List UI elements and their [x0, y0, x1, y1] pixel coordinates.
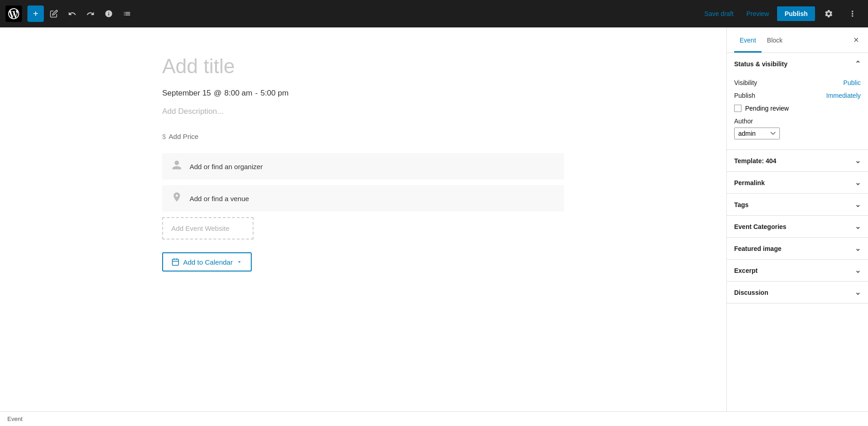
- author-select[interactable]: admin: [734, 128, 780, 139]
- template-chevron-down-icon: ⌄: [855, 156, 861, 165]
- info-icon: [105, 10, 113, 18]
- list-icon: [123, 10, 131, 18]
- publish-value[interactable]: Immediately: [826, 92, 861, 99]
- event-date-text[interactable]: September 15: [162, 89, 211, 98]
- template-header[interactable]: Template: 404 ⌄: [727, 150, 868, 171]
- save-draft-button[interactable]: Save draft: [700, 7, 738, 20]
- info-button[interactable]: [101, 5, 117, 22]
- price-placeholder[interactable]: Add Price: [169, 133, 198, 140]
- sidebar-header: Event Block ×: [727, 27, 868, 53]
- status-visibility-section: Status & visibility ⌃ Visibility Public …: [727, 53, 868, 150]
- permalink-title: Permalink: [734, 179, 765, 186]
- gear-icon: [824, 9, 833, 18]
- author-row: Author admin: [734, 115, 861, 142]
- tools-button[interactable]: [46, 5, 62, 22]
- permalink-header[interactable]: Permalink ⌄: [727, 172, 868, 193]
- tab-block[interactable]: Block: [762, 28, 788, 53]
- more-vertical-icon: [848, 9, 857, 18]
- organizer-text: Add or find an organizer: [190, 163, 263, 170]
- status-text: Event: [7, 415, 22, 422]
- pending-review-row: Pending review: [734, 102, 861, 115]
- status-visibility-title: Status & visibility: [734, 60, 788, 68]
- event-time-dash: -: [255, 89, 258, 98]
- permalink-section: Permalink ⌄: [727, 172, 868, 194]
- event-date-separator: @: [214, 89, 222, 98]
- add-to-calendar-label: Add to Calendar: [183, 258, 233, 266]
- venue-icon: [170, 192, 183, 205]
- excerpt-chevron-down-icon: ⌄: [855, 266, 861, 275]
- featured-image-chevron-down-icon: ⌄: [855, 244, 861, 253]
- tags-chevron-down-icon: ⌄: [855, 200, 861, 209]
- calendar-icon: [171, 258, 180, 266]
- price-field[interactable]: $ Add Price: [162, 133, 564, 140]
- status-visibility-content: Visibility Public Publish Immediately Pe…: [727, 75, 868, 149]
- event-time-start[interactable]: 8:00 am: [224, 89, 252, 98]
- price-symbol: $: [162, 133, 166, 140]
- excerpt-title: Excerpt: [734, 267, 757, 274]
- venue-text: Add or find a venue: [190, 195, 249, 202]
- featured-image-title: Featured image: [734, 245, 781, 252]
- settings-button[interactable]: [819, 4, 839, 24]
- main-layout: Add title September 15 @ 8:00 am - 5:00 …: [0, 27, 868, 411]
- tags-title: Tags: [734, 201, 749, 208]
- event-categories-section: Event Categories ⌄: [727, 216, 868, 238]
- publish-button[interactable]: Publish: [777, 6, 815, 21]
- organizer-icon: [170, 160, 183, 173]
- publish-row: Publish Immediately: [734, 89, 861, 102]
- tab-event[interactable]: Event: [734, 28, 762, 53]
- publish-label: Publish: [734, 92, 755, 99]
- event-time-end[interactable]: 5:00 pm: [260, 89, 288, 98]
- permalink-chevron-down-icon: ⌄: [855, 178, 861, 187]
- editor-content: Add title September 15 @ 8:00 am - 5:00 …: [144, 27, 582, 299]
- status-chevron-up-icon: ⌃: [855, 59, 861, 68]
- pending-review-checkbox[interactable]: [734, 105, 741, 112]
- description-field[interactable]: Add Description...: [162, 107, 564, 116]
- editor-area: Add title September 15 @ 8:00 am - 5:00 …: [0, 27, 726, 411]
- svg-rect-0: [172, 259, 179, 266]
- chevron-down-icon: [236, 259, 243, 265]
- visibility-row: Visibility Public: [734, 76, 861, 89]
- wordpress-icon: [8, 8, 19, 19]
- excerpt-header[interactable]: Excerpt ⌄: [727, 260, 868, 281]
- event-categories-header[interactable]: Event Categories ⌄: [727, 216, 868, 237]
- excerpt-section: Excerpt ⌄: [727, 260, 868, 282]
- add-to-calendar-button[interactable]: Add to Calendar: [162, 252, 252, 272]
- discussion-chevron-down-icon: ⌄: [855, 288, 861, 297]
- template-title: Template: 404: [734, 157, 776, 165]
- redo-button[interactable]: [82, 5, 99, 22]
- list-view-button[interactable]: [119, 5, 135, 22]
- visibility-value[interactable]: Public: [843, 79, 861, 86]
- redo-icon: [86, 10, 95, 18]
- organizer-row[interactable]: Add or find an organizer: [162, 153, 564, 180]
- event-categories-chevron-down-icon: ⌄: [855, 222, 861, 231]
- discussion-header[interactable]: Discussion ⌄: [727, 282, 868, 303]
- event-website-field[interactable]: Add Event Website: [162, 217, 254, 240]
- preview-button[interactable]: Preview: [742, 7, 774, 20]
- undo-button[interactable]: [64, 5, 80, 22]
- sidebar-close-button[interactable]: ×: [852, 33, 861, 47]
- toolbar-right: Save draft Preview Publish: [700, 4, 863, 24]
- discussion-section: Discussion ⌄: [727, 282, 868, 304]
- discussion-title: Discussion: [734, 289, 768, 296]
- more-options-button[interactable]: [842, 4, 863, 24]
- author-label: Author: [734, 117, 861, 125]
- undo-icon: [68, 10, 76, 18]
- pending-review-label: Pending review: [745, 105, 789, 112]
- venue-row[interactable]: Add or find a venue: [162, 185, 564, 212]
- event-categories-title: Event Categories: [734, 223, 786, 230]
- status-bar: Event: [0, 411, 868, 426]
- toolbar: + Save draft Preview Publish: [0, 0, 868, 27]
- template-section: Template: 404 ⌄: [727, 150, 868, 172]
- add-block-button[interactable]: +: [27, 5, 44, 22]
- status-visibility-header[interactable]: Status & visibility ⌃: [727, 53, 868, 75]
- event-date: September 15 @ 8:00 am - 5:00 pm: [162, 89, 564, 98]
- tags-header[interactable]: Tags ⌄: [727, 194, 868, 215]
- pencil-icon: [50, 10, 58, 18]
- featured-image-section: Featured image ⌄: [727, 238, 868, 260]
- sidebar: Event Block × Status & visibility ⌃ Visi…: [726, 27, 868, 411]
- title-field[interactable]: Add title: [162, 55, 564, 78]
- tags-section: Tags ⌄: [727, 194, 868, 216]
- wp-logo: [5, 5, 22, 22]
- visibility-label: Visibility: [734, 79, 757, 86]
- featured-image-header[interactable]: Featured image ⌄: [727, 238, 868, 259]
